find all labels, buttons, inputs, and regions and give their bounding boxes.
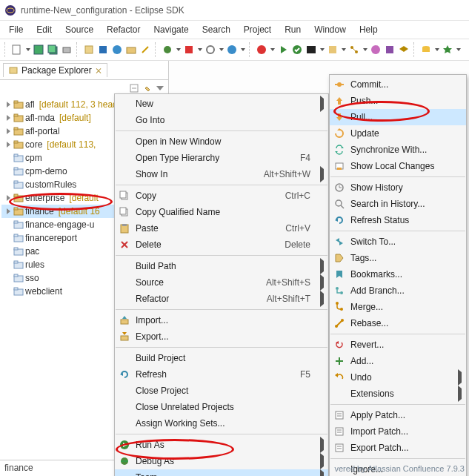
menu-item-synchronize-with[interactable]: Synchronize With... [330, 142, 466, 158]
menu-item-run-as[interactable]: Run As [115, 437, 328, 453]
menu-item-switch-to[interactable]: Switch To... [330, 234, 466, 250]
menu-item-go-into[interactable]: Go Into [115, 112, 328, 128]
collapse-icon[interactable] [130, 84, 139, 93]
run-config-icon[interactable] [183, 44, 195, 56]
terminal-icon[interactable] [305, 44, 317, 56]
menu-item-build-project[interactable]: Build Project [115, 350, 328, 366]
menu-item-add-branch[interactable]: Add Branch... [330, 282, 466, 299]
menu-item-extensions[interactable]: Extensions [330, 386, 466, 402]
dropdown-icon[interactable] [341, 44, 346, 56]
menu-run[interactable]: Run [279, 22, 307, 37]
menu-item-delete[interactable]: DeleteDelete [115, 237, 328, 253]
cylinder-icon[interactable] [420, 44, 432, 56]
class-icon[interactable] [226, 44, 238, 56]
menu-icon[interactable] [156, 85, 164, 92]
dropdown-icon[interactable] [434, 44, 439, 56]
menu-item-copy[interactable]: CopyCtrl+C [115, 188, 328, 204]
menu-item-apply-patch[interactable]: Apply Patch... [330, 407, 466, 423]
menu-refactor[interactable]: Refactor [101, 22, 146, 37]
ext-run-icon[interactable] [256, 44, 267, 56]
menu-item-show-local-changes[interactable]: Show Local Changes [330, 158, 466, 174]
menu-item-show-history[interactable]: Show History [330, 179, 466, 196]
menu-item-assign-working-sets[interactable]: Assign Working Sets... [115, 415, 328, 432]
check-icon[interactable] [291, 44, 303, 56]
db-icon[interactable] [97, 44, 109, 56]
menu-item-search-in-history[interactable]: Search in History... [330, 196, 466, 212]
expand-icon[interactable] [4, 114, 12, 122]
expand-icon[interactable] [4, 208, 12, 215]
dropdown-icon[interactable] [319, 44, 325, 56]
menu-item-undo[interactable]: Undo [330, 369, 466, 386]
globe-icon[interactable] [111, 44, 123, 56]
menu-item-show-in[interactable]: Show InAlt+Shift+W [115, 166, 328, 182]
package-icon[interactable] [83, 44, 95, 56]
menu-item-open-type-hierarchy[interactable]: Open Type HierarchyF4 [115, 150, 328, 166]
expand-icon[interactable] [4, 141, 12, 148]
menu-item-copy-qualified-name[interactable]: Copy Qualified Name [115, 204, 328, 220]
menu-item-export-patch[interactable]: Export Patch... [330, 440, 466, 456]
menu-item-update[interactable]: Update [330, 125, 466, 142]
menu-project[interactable]: Project [238, 22, 277, 37]
menu-item-commit[interactable]: Commit... [330, 76, 466, 93]
dropdown-icon[interactable] [240, 44, 245, 56]
cube-icon[interactable] [384, 44, 396, 56]
menu-edit[interactable]: Edit [30, 22, 58, 37]
menu-item-source[interactable]: SourceAlt+Shift+S [115, 274, 328, 291]
menu-help[interactable]: Help [353, 22, 384, 37]
play-icon[interactable] [277, 44, 289, 56]
menu-source[interactable]: Source [59, 22, 99, 37]
menu-navigate[interactable]: Navigate [147, 22, 194, 37]
menu-item-open-in-new-window[interactable]: Open in New Window [115, 133, 328, 150]
menu-item-export[interactable]: Export... [115, 328, 328, 345]
wand-icon[interactable] [139, 44, 151, 56]
link-icon[interactable] [143, 84, 152, 93]
save-all-icon[interactable] [47, 44, 59, 56]
menu-search[interactable]: Search [196, 22, 236, 37]
hat-icon[interactable] [398, 44, 410, 56]
menu-item-refactor[interactable]: RefactorAlt+Shift+T [115, 291, 328, 307]
menu-item-pull[interactable]: Pull... [330, 109, 466, 125]
menu-item-refresh[interactable]: RefreshF5 [115, 366, 328, 383]
menu-item-debug-as[interactable]: Debug As [115, 453, 328, 469]
menu-item-build-path[interactable]: Build Path [115, 258, 328, 274]
dropdown-icon[interactable] [270, 44, 275, 56]
expand-icon[interactable] [4, 194, 12, 202]
menu-item-refresh-status[interactable]: Refresh Status [330, 212, 466, 228]
menu-item-paste[interactable]: PasteCtrl+V [115, 220, 328, 237]
expand-icon[interactable] [4, 101, 12, 108]
dropdown-icon[interactable] [176, 44, 181, 56]
folder-icon[interactable] [125, 44, 137, 56]
dropdown-icon[interactable] [456, 44, 461, 56]
menu-item-merge[interactable]: Merge... [330, 299, 466, 315]
dropdown-icon[interactable] [197, 44, 202, 56]
menu-item-close-project[interactable]: Close Project [115, 383, 328, 399]
expand-icon[interactable] [4, 128, 12, 135]
save-icon[interactable] [33, 44, 44, 56]
branch-icon[interactable] [348, 44, 360, 56]
explorer-tab[interactable]: Package Explorer ⨯ [3, 63, 107, 77]
star-icon[interactable] [442, 44, 453, 56]
task-icon[interactable] [327, 44, 339, 56]
svg-marker-73 [122, 316, 127, 319]
menu-file[interactable]: File [3, 22, 29, 37]
menu-item-push[interactable]: Push... [330, 93, 466, 109]
menu-item-import-patch[interactable]: Import Patch... [330, 423, 466, 440]
debug-icon[interactable] [162, 44, 173, 56]
menu-item-add[interactable]: Add... [330, 353, 466, 369]
menu-item-rebase[interactable]: Rebase... [330, 315, 466, 331]
menu-window[interactable]: Window [308, 22, 352, 37]
dropdown-icon[interactable] [362, 44, 367, 56]
menu-item-close-unrelated-projects[interactable]: Close Unrelated Projects [115, 399, 328, 415]
menu-item-tags[interactable]: Tags... [330, 250, 466, 266]
menu-item-import[interactable]: Import... [115, 312, 328, 328]
dropdown-icon[interactable] [25, 44, 30, 56]
menu-item-new[interactable]: New [115, 96, 328, 112]
menu-item-revert[interactable]: Revert... [330, 337, 466, 353]
print-icon[interactable] [61, 44, 73, 56]
gear-icon[interactable] [204, 44, 216, 56]
menu-item-team[interactable]: Team [115, 469, 328, 476]
menu-item-bookmarks[interactable]: Bookmarks... [330, 266, 466, 282]
new-icon[interactable] [11, 44, 23, 56]
dropdown-icon[interactable] [219, 44, 224, 56]
palette-icon[interactable] [370, 44, 382, 56]
